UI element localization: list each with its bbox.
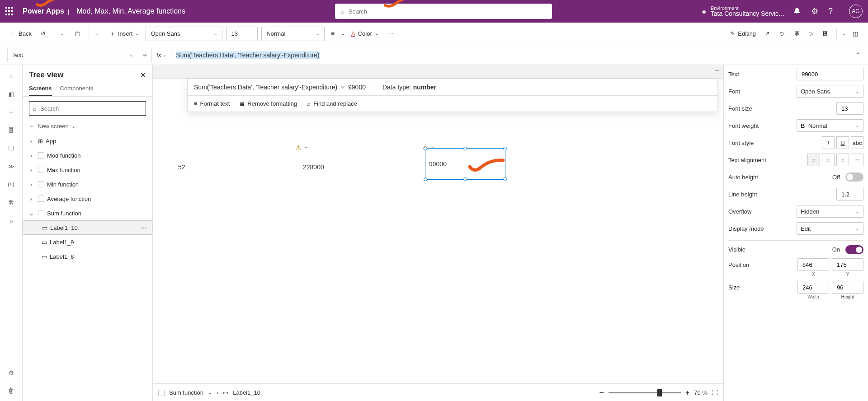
prop-x-input[interactable]	[797, 258, 829, 271]
variables-icon[interactable]: (𝑥)	[7, 180, 16, 189]
waffle-icon[interactable]	[5, 7, 14, 16]
fx-button[interactable]: fx ⌄	[151, 47, 171, 63]
undo-button[interactable]: ↺	[38, 28, 48, 39]
autoheight-toggle[interactable]	[845, 173, 863, 182]
tree-node-label1-10[interactable]: ▭Label1_10 ⋯	[23, 220, 152, 235]
help-icon[interactable]: ?	[828, 7, 833, 16]
more-icon[interactable]: ⋯	[385, 28, 396, 39]
formula-input[interactable]: Sum('Teachers Data', 'Teacher salary'-Ex…	[176, 51, 851, 59]
scroll-right-icon[interactable]: →	[710, 65, 723, 78]
environment-picker[interactable]: ◈ Environment Tata Consultancy Servic…	[702, 5, 785, 17]
find-replace-button[interactable]: ⌕Find and replace	[307, 100, 357, 107]
prop-text-input[interactable]	[797, 68, 863, 80]
canvas-label-52[interactable]: 52	[178, 163, 185, 171]
search-box[interactable]: ⌕	[335, 4, 552, 19]
prop-displaymode-select[interactable]: Edit⌄	[797, 222, 863, 235]
format-text-button[interactable]: ≡Format text	[194, 100, 230, 107]
tab-screens[interactable]: Screens	[29, 81, 52, 96]
paste-chevron[interactable]: ⌄	[94, 31, 99, 37]
eval-result: 99000	[348, 84, 366, 91]
tree-view-icon[interactable]: ◧	[7, 89, 16, 98]
publish-icon[interactable]: ◫	[850, 28, 861, 39]
prop-lineheight-input[interactable]	[836, 188, 863, 200]
font-color-button[interactable]: A Color ⌄	[349, 28, 382, 39]
tab-components[interactable]: Components	[60, 81, 94, 96]
tree-node-min[interactable]: ›Min function	[23, 177, 152, 191]
font-selector[interactable]: Open Sans⌄	[146, 27, 222, 41]
align-left-button[interactable]: ≡	[807, 154, 820, 166]
align-right-button[interactable]: ≡	[836, 154, 849, 166]
tree-node-sum[interactable]: ⌄Sum function	[23, 206, 152, 220]
italic-button[interactable]: I	[822, 136, 835, 149]
app-name[interactable]: Power Apps	[23, 7, 64, 15]
media-icon[interactable]: 🖵︎	[7, 144, 16, 153]
prop-font-select[interactable]: Open Sans⌄	[797, 85, 863, 98]
tree-node-average[interactable]: ›Average function	[23, 191, 152, 206]
prop-y-input[interactable]	[832, 258, 863, 271]
tree-node-app[interactable]: ›⊞App	[23, 134, 152, 148]
fit-screen-icon[interactable]: ⛶	[712, 389, 718, 396]
strikethrough-button[interactable]: abc	[851, 136, 863, 149]
checkbox[interactable]	[158, 390, 165, 396]
settings-rail-icon[interactable]: ⚙	[7, 368, 16, 377]
insert-pane-icon[interactable]: ＋	[7, 107, 16, 117]
prop-width-input[interactable]	[797, 281, 829, 294]
insert-button[interactable]: ＋ Insert ⌄	[107, 28, 142, 40]
zoom-slider[interactable]	[609, 392, 681, 393]
editing-mode[interactable]: ✎ Editing	[727, 28, 759, 39]
prop-overflow-select[interactable]: Hidden⌄	[797, 205, 863, 218]
list-icon[interactable]: ≡	[328, 28, 337, 39]
command-bar: ← Back ↺ ⌄ 📋︎ ⌄ ＋ Insert ⌄ Open Sans⌄ 13…	[0, 23, 868, 45]
search-rail-icon[interactable]: ⌕	[7, 216, 16, 225]
prop-height-input[interactable]	[832, 281, 863, 294]
align-center-button[interactable]: ≡	[822, 154, 835, 166]
power-automate-icon[interactable]: ≫	[7, 162, 16, 171]
canvas-label-228000[interactable]: 228000	[303, 163, 324, 171]
share-icon[interactable]: ↗	[762, 28, 773, 39]
tree-search-input[interactable]	[39, 105, 142, 112]
expand-formula-icon[interactable]: ⌃	[856, 51, 861, 58]
tree-search[interactable]: ⌕	[29, 101, 146, 116]
breadcrumb-control[interactable]: Label1_10	[233, 389, 260, 396]
more-icon[interactable]: ⋯	[141, 224, 147, 231]
tree-node-label1-8[interactable]: ▭Label1_8	[23, 249, 152, 264]
align-justify-button[interactable]: ≣	[851, 154, 863, 166]
close-icon[interactable]: ✕	[140, 71, 146, 79]
design-canvas[interactable]: 52 ⌄ 228000 ⌄ 99000	[153, 142, 723, 383]
preview-icon[interactable]: ▷	[806, 28, 816, 39]
zoom-out-button[interactable]: −	[599, 388, 604, 397]
breadcrumb-screen[interactable]: Sum function	[169, 389, 203, 396]
paste-button[interactable]: 📋︎	[72, 28, 83, 39]
font-weight-selector[interactable]: Normal⌄	[261, 27, 325, 41]
prop-fontsize-input[interactable]	[836, 102, 863, 115]
zoom-in-button[interactable]: +	[685, 389, 689, 397]
undo-chevron[interactable]: ⌄	[60, 31, 64, 37]
tree-node-mod[interactable]: ›Mod function	[23, 148, 152, 163]
back-button[interactable]: ← Back	[7, 28, 34, 39]
save-icon[interactable]: 💾︎	[820, 28, 831, 39]
visible-toggle[interactable]	[845, 245, 863, 254]
comments-icon[interactable]: 💬︎	[791, 28, 802, 39]
data-icon[interactable]: 🗄︎	[7, 126, 16, 135]
virtual-agent-icon[interactable]: 🤖︎	[7, 386, 16, 395]
tree-node-max[interactable]: ›Max function	[23, 163, 152, 177]
warning-chevron[interactable]: ⌄	[304, 144, 308, 149]
selected-control[interactable]: 99000	[425, 148, 505, 180]
save-chevron[interactable]: ⌄	[842, 31, 846, 37]
notifications-icon[interactable]: 🔔︎	[793, 7, 801, 16]
tree-node-label1-9[interactable]: ▭Label1_9	[23, 235, 152, 249]
property-selector[interactable]: Text ⌄	[7, 48, 138, 62]
warning-icon[interactable]	[296, 144, 302, 151]
font-size-selector[interactable]: 13	[226, 27, 258, 41]
search-input[interactable]	[348, 8, 547, 15]
new-screen-button[interactable]: ＋ New screen ⌄	[23, 120, 152, 134]
checker-icon[interactable]: 🩺︎	[776, 28, 788, 39]
remove-formatting-button[interactable]: ≣Remove formatting	[240, 100, 297, 107]
settings-icon[interactable]: ⚙	[811, 6, 818, 16]
hamburger-icon[interactable]: ≡	[7, 71, 16, 80]
underline-button[interactable]: U	[836, 136, 849, 149]
prop-fontweight-select[interactable]: B Normal⌄	[797, 119, 863, 132]
list-chevron[interactable]: ⌄	[341, 31, 345, 37]
tools-icon[interactable]: 🛠︎	[7, 198, 16, 207]
user-avatar[interactable]: AG	[849, 5, 863, 18]
